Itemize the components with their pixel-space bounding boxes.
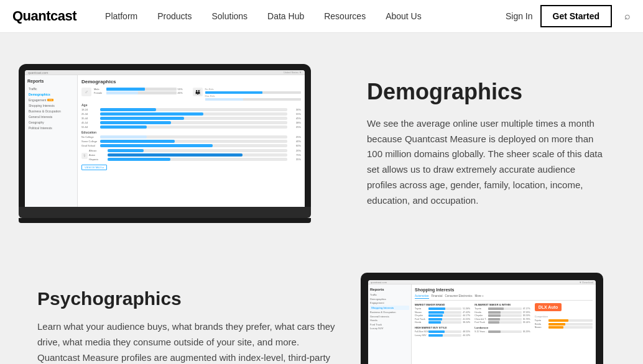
laptop-foot <box>19 218 311 223</box>
region-label: United States ▼ <box>284 71 302 74</box>
tablet-menu-geography[interactable]: Honda <box>370 319 409 322</box>
haskids-label: Has Kids <box>205 94 302 98</box>
col1-pct-5: 38.24% <box>463 321 473 324</box>
eth-track-3 <box>108 158 287 161</box>
tablet-menu-engagement[interactable]: Engagement <box>370 301 409 304</box>
col3-label-3: Nissan <box>535 326 548 329</box>
url-bar: quantcast.com United States ▼ <box>25 70 305 75</box>
col1-sub-header: HIGH MARKET BUY STYLE <box>415 326 473 329</box>
col2-fill-5 <box>488 321 499 324</box>
nav-platform[interactable]: Platform <box>95 0 147 33</box>
menu-shopping[interactable]: Shopping Interests <box>27 102 75 108</box>
logo[interactable]: Quantcast <box>12 8 76 24</box>
col2-row-4: Chevrolet Truck 35.78% <box>474 318 532 321</box>
eth-val-3: 35% <box>290 158 301 161</box>
tablet-tab-electronics[interactable]: Consumer Electronics <box>445 294 473 299</box>
menu-geography[interactable]: Geography <box>27 119 75 125</box>
col1-sub-fill-1 <box>428 330 445 333</box>
female-val: 45% <box>178 91 190 94</box>
col1-track-2 <box>428 311 461 314</box>
col1-fill-4 <box>428 318 442 321</box>
col2-label-1: Toyota <box>474 307 488 310</box>
male-val: 55% <box>178 88 190 91</box>
laptop: quantcast.com United States ▼ Reports Tr… <box>19 64 311 223</box>
tablet-col-3: DLX Auto Competition Toyota <box>535 303 593 337</box>
col1-fill-1 <box>428 307 445 310</box>
tablet-tab-auto[interactable]: Automotive <box>415 294 429 299</box>
male-track <box>106 88 177 91</box>
tablet-mockup: quantcast.com ▼ Download Reports Traffic… <box>361 285 624 364</box>
col1-row-1: Toyota 51.36% <box>415 307 473 310</box>
col1-label-4: Ford Truck <box>415 318 428 321</box>
family-bars: No Kids Has Kids <box>205 88 302 101</box>
bar-male: Male 55% <box>94 88 190 91</box>
menu-demographics[interactable]: Demographics <box>27 91 75 97</box>
psychographics-text: Psychographics Learn what your audience … <box>37 285 336 364</box>
dashboard: Reports Traffic Demographics Engagement … <box>25 75 305 207</box>
age-track-3 <box>100 117 287 120</box>
search-icon[interactable]: ⌕ <box>624 11 631 22</box>
dashboard-sidebar: Reports Traffic Demographics Engagement … <box>25 75 78 207</box>
tablet-menu-business[interactable]: Business & Occupation <box>370 311 409 314</box>
tablet-menu-general[interactable]: General Interests <box>370 315 409 318</box>
tablet-menu-traffic[interactable]: Traffic <box>370 293 409 296</box>
tablet-menu-shopping[interactable]: Shopping Interests <box>370 306 409 310</box>
family-label: No Kids <box>205 88 302 91</box>
col1-row-4: Ford Truck 41.55% <box>415 318 473 321</box>
psychographics-heading: Psychographics <box>37 288 336 309</box>
ethnicity-icon: ⚕ <box>81 153 88 159</box>
col1-track-1 <box>428 307 461 310</box>
menu-traffic[interactable]: Traffic <box>27 86 75 91</box>
demographics-section: quantcast.com United States ▼ Reports Tr… <box>0 33 643 254</box>
edu-track-2 <box>100 140 287 143</box>
col3-label-1: Toyota <box>535 319 548 322</box>
tablet-menu-political[interactable]: Ford Truck <box>370 323 409 326</box>
col3-fill-2 <box>548 323 565 325</box>
edu-track-1 <box>100 135 287 139</box>
menu-political[interactable]: Political Interests <box>27 125 75 130</box>
sign-in-link[interactable]: Sign In <box>506 11 533 21</box>
ethnicity-icon-row: ⚕ African 20% <box>81 149 301 162</box>
col2-fill-4 <box>488 318 500 321</box>
col2-label-4: Chevrolet Truck <box>474 318 488 321</box>
eth-label-3: Hispanic <box>89 158 108 161</box>
nav-about-us[interactable]: About Us <box>376 0 432 33</box>
menu-engagement[interactable]: Engagement new <box>27 97 75 102</box>
main-content: quantcast.com United States ▼ Reports Tr… <box>0 33 643 364</box>
nav-resources[interactable]: Resources <box>314 0 376 33</box>
col2-sub-row-1: 9-15 Years Old 36.29% <box>474 330 532 333</box>
col1-header: MARKET MAKER BRAND <box>415 303 473 306</box>
age-track-5 <box>100 125 287 129</box>
edu-row-3: Grad School 60% <box>81 144 301 147</box>
col3-fill-3 <box>548 326 563 329</box>
age-val-1: 30% <box>290 108 301 111</box>
age-label-5: 55-64 <box>81 125 100 129</box>
eth-row-1: African 20% <box>89 149 301 152</box>
tablet-tab-financial[interactable]: Financial <box>432 294 443 299</box>
nav-products[interactable]: Products <box>147 0 201 33</box>
col2-sub-pct-1: 36.29% <box>523 330 533 333</box>
tablet-tab-more[interactable]: More + <box>475 294 484 299</box>
eth-track-1 <box>108 149 287 152</box>
nav-right: Sign In Get Started ⌕ <box>506 5 631 27</box>
edu-fill-3 <box>100 144 213 147</box>
female-fill <box>106 91 138 94</box>
age-val-2: 55% <box>290 112 301 116</box>
dash-title: Demographics <box>81 79 301 84</box>
menu-general[interactable]: General Interests <box>27 114 75 119</box>
nav-data-hub[interactable]: Data Hub <box>257 0 314 33</box>
age-val-4: 38% <box>290 121 301 124</box>
view-details-button[interactable]: VIEW DETAILS ▸ <box>81 165 107 170</box>
tablet-menu-luxury[interactable]: Luxury SUV <box>370 327 409 330</box>
col2-track-4 <box>488 318 521 321</box>
menu-business[interactable]: Business & Occupation <box>27 108 75 114</box>
get-started-button[interactable]: Get Started <box>540 5 612 27</box>
edu-label-3: Grad School <box>81 144 100 147</box>
col3-row-1: Toyota <box>535 319 593 322</box>
age-label-4: 45-54 <box>81 121 100 124</box>
tablet-sidebar: Reports Traffic Demographics Engagement … <box>368 284 412 364</box>
nav-solutions[interactable]: Solutions <box>201 0 257 33</box>
female-label: Female <box>94 91 106 94</box>
age-row-2: 25-34 55% <box>81 112 301 116</box>
tablet-menu-demo[interactable]: Demographics <box>370 298 409 301</box>
